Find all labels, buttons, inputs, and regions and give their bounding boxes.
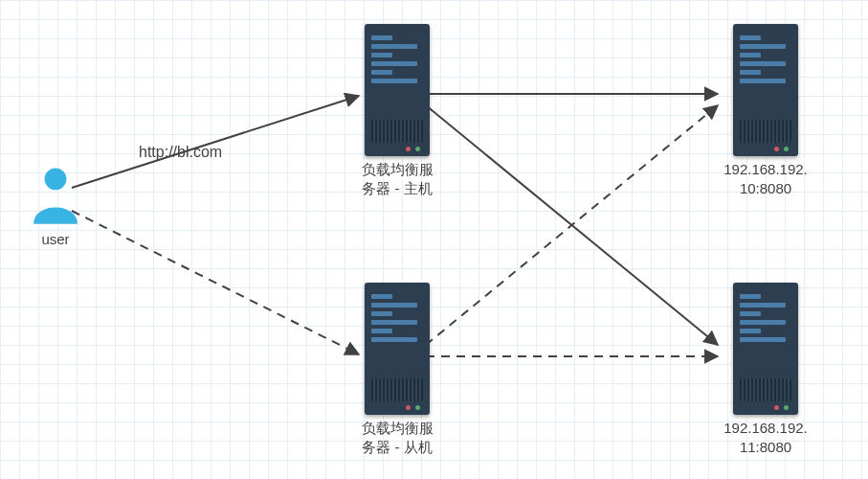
edge-user-to-backup: [72, 211, 359, 354]
server-icon: [733, 24, 798, 156]
edge-user-to-primary: [72, 96, 359, 188]
node-user: user: [17, 165, 94, 249]
node-lb-primary-label: 负载均衡服 务器 - 主机: [345, 160, 450, 197]
server-icon: [365, 283, 430, 415]
node-srv2: 192.168.192. 11:8080: [708, 283, 823, 456]
node-srv1-label: 192.168.192. 10:8080: [708, 160, 823, 197]
node-user-label: user: [17, 230, 94, 249]
node-lb-primary: 负载均衡服 务器 - 主机: [345, 24, 450, 197]
svg-point-0: [45, 168, 67, 190]
user-icon: [17, 165, 94, 226]
node-srv2-label: 192.168.192. 11:8080: [708, 419, 823, 456]
node-srv1: 192.168.192. 10:8080: [708, 24, 823, 197]
node-lb-backup: 负载均衡服 务器 - 从机: [345, 283, 450, 456]
edge-user-to-primary-label: http://bl.com: [139, 144, 222, 161]
server-icon: [365, 24, 430, 156]
server-icon: [733, 283, 798, 415]
node-lb-backup-label: 负载均衡服 务器 - 从机: [345, 419, 450, 456]
